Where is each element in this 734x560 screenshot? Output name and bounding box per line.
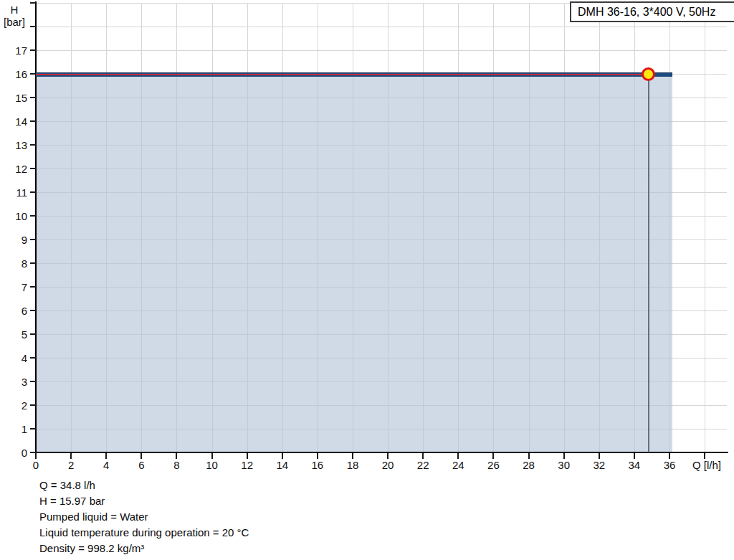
x-axis-tick	[669, 453, 670, 459]
x-tick-label: 10	[206, 459, 218, 471]
y-tick-label: 0	[3, 447, 27, 459]
x-axis-tick	[528, 453, 530, 459]
gridline-horizontal	[36, 50, 727, 51]
result-info-block: Q = 34.8 l/h H = 15.97 bar Pumped liquid…	[39, 478, 249, 556]
duty-point-drop-line	[648, 75, 649, 452]
y-axis-tick	[30, 310, 36, 311]
x-axis-tick	[457, 453, 459, 459]
info-pumped-liquid: Pumped liquid = Water	[39, 509, 249, 525]
x-axis-title: Q [l/h]	[692, 459, 721, 471]
operating-range-line	[36, 74, 649, 75]
x-axis-tick	[599, 453, 600, 459]
y-axis-title-unit: [bar]	[0, 16, 29, 28]
y-axis-tick	[30, 452, 36, 453]
y-axis-tick	[30, 404, 36, 406]
info-flow: Q = 34.8 l/h	[39, 478, 249, 493]
legend-box: DMH 36-16, 3*400 V, 50Hz	[570, 1, 734, 22]
y-tick-label: 17	[3, 44, 27, 57]
info-liquid-temperature: Liquid temperature during operation = 20…	[39, 525, 249, 541]
gridline-horizontal	[36, 27, 727, 27]
y-tick-label: 13	[3, 139, 27, 151]
y-axis-tick	[30, 428, 36, 430]
x-tick-label: 34	[629, 459, 641, 471]
y-axis-tick	[30, 49, 36, 51]
y-tick-label: 15	[3, 92, 27, 104]
y-axis-tick	[30, 381, 36, 382]
legend-label: DMH 36-16, 3*400 V, 50Hz	[578, 6, 715, 19]
x-tick-label: 22	[417, 459, 429, 471]
x-tick-label: 18	[347, 459, 359, 471]
y-axis-tick	[30, 191, 36, 193]
x-axis-tick	[352, 453, 353, 459]
gridline-vertical	[705, 3, 705, 452]
y-axis-tick	[30, 2, 36, 4]
x-tick-label: 16	[312, 459, 324, 471]
x-axis-tick	[422, 453, 424, 459]
y-axis-tick	[30, 333, 36, 335]
x-axis-tick	[282, 453, 283, 459]
x-axis-tick	[70, 453, 72, 459]
x-tick-label: 0	[33, 459, 39, 471]
y-axis-line	[35, 1, 37, 457]
y-axis-tick	[30, 357, 36, 359]
y-axis-tick	[30, 262, 36, 264]
x-tick-label: 4	[103, 459, 109, 471]
x-tick-label: 24	[452, 459, 464, 471]
x-axis-tick	[563, 453, 565, 459]
x-tick-label: 8	[173, 459, 179, 471]
y-tick-label: 2	[3, 399, 27, 412]
x-tick-label: 12	[241, 459, 253, 471]
x-tick-label: 14	[276, 459, 288, 471]
y-axis-tick	[30, 144, 36, 146]
y-axis-tick	[30, 215, 36, 217]
chart-plot-area: 0246810121416182022242628303234360123456…	[0, 0, 734, 560]
x-tick-label: 32	[593, 459, 605, 471]
y-axis-tick	[30, 168, 36, 169]
y-tick-label: 8	[3, 257, 27, 270]
x-axis-tick	[634, 453, 635, 459]
y-axis-tick	[30, 239, 36, 240]
x-axis-tick	[35, 453, 37, 459]
x-tick-label: 26	[487, 459, 500, 471]
y-tick-label: 4	[3, 352, 27, 364]
y-tick-label: 16	[3, 68, 27, 80]
x-tick-label: 36	[664, 459, 676, 471]
y-axis-tick	[30, 286, 36, 288]
y-tick-label: 11	[3, 186, 27, 199]
y-axis-tick	[30, 73, 36, 75]
y-tick-label: 3	[3, 376, 27, 388]
y-axis-tick	[30, 120, 36, 122]
y-tick-label: 5	[3, 328, 27, 341]
y-tick-label: 1	[3, 423, 27, 435]
x-axis-tick	[211, 453, 213, 459]
y-tick-label: 7	[3, 281, 27, 293]
x-axis-tick	[105, 453, 107, 459]
y-axis-title-symbol: H	[0, 4, 29, 16]
x-axis-tick	[140, 453, 142, 459]
x-axis-tick	[176, 453, 177, 459]
x-tick-label: 30	[558, 459, 570, 471]
x-tick-label: 2	[68, 459, 74, 471]
pump-curve-chart: 0246810121416182022242628303234360123456…	[0, 0, 734, 560]
info-head: H = 15.97 bar	[39, 493, 249, 509]
x-axis-tick	[317, 453, 318, 459]
x-axis-tick	[247, 453, 248, 459]
y-tick-label: 14	[3, 115, 27, 128]
y-tick-label: 12	[3, 163, 27, 175]
info-density: Density = 998.2 kg/m³	[39, 541, 249, 556]
y-axis-tick	[30, 26, 36, 27]
x-tick-label: 6	[138, 459, 144, 471]
x-axis-line	[32, 452, 728, 453]
x-axis-tick	[704, 453, 705, 459]
y-tick-label: 9	[3, 234, 27, 246]
y-axis-tick	[30, 97, 36, 98]
y-tick-label: 6	[3, 305, 27, 317]
x-axis-tick	[492, 453, 494, 459]
x-tick-label: 20	[382, 459, 394, 471]
curve-area-fill	[37, 75, 672, 452]
x-tick-label: 28	[523, 459, 535, 471]
x-axis-tick	[387, 453, 389, 459]
y-tick-label: 10	[3, 210, 27, 222]
